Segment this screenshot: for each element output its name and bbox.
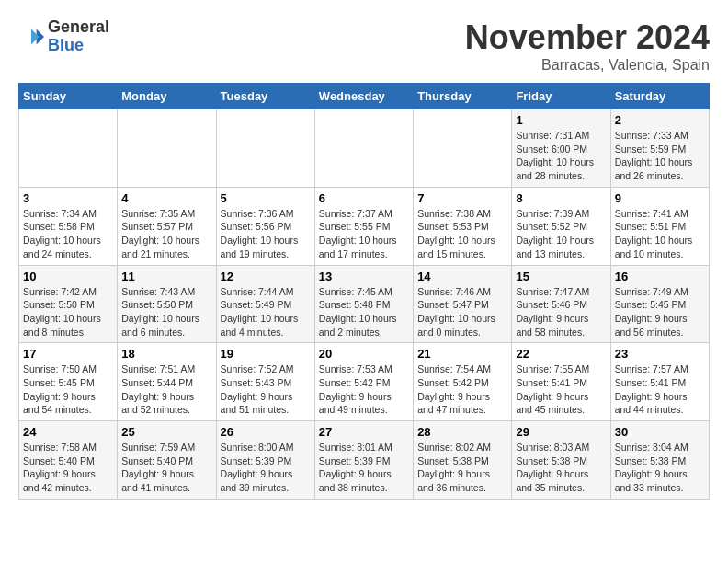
calendar-cell	[118, 109, 216, 188]
logo: General Blue	[18, 18, 109, 55]
weekday-header-saturday: Saturday	[610, 84, 709, 109]
day-info: Sunrise: 7:38 AMSunset: 5:53 PMDaylight:…	[417, 207, 507, 261]
weekday-header-tuesday: Tuesday	[216, 84, 314, 109]
day-number: 15	[516, 270, 606, 283]
calendar-cell: 23Sunrise: 7:57 AMSunset: 5:41 PMDayligh…	[610, 343, 709, 421]
day-info: Sunrise: 8:00 AMSunset: 5:39 PMDaylight:…	[221, 441, 311, 495]
calendar-cell: 14Sunrise: 7:46 AMSunset: 5:47 PMDayligh…	[414, 265, 512, 343]
day-number: 4	[121, 191, 211, 205]
day-info: Sunrise: 7:42 AMSunset: 5:50 PMDaylight:…	[23, 285, 113, 339]
day-info: Sunrise: 8:01 AMSunset: 5:39 PMDaylight:…	[319, 441, 409, 495]
calendar-cell: 2Sunrise: 7:33 AMSunset: 5:59 PMDaylight…	[610, 109, 709, 188]
day-number: 16	[615, 270, 705, 283]
weekday-header-sunday: Sunday	[19, 84, 118, 109]
day-number: 2	[615, 113, 705, 127]
day-number: 24	[23, 425, 113, 439]
day-info: Sunrise: 7:31 AMSunset: 6:00 PMDaylight:…	[516, 129, 606, 183]
calendar-week-1: 1Sunrise: 7:31 AMSunset: 6:00 PMDaylight…	[19, 109, 710, 188]
calendar-cell: 28Sunrise: 8:02 AMSunset: 5:38 PMDayligh…	[414, 421, 512, 500]
calendar-cell	[314, 109, 413, 188]
day-number: 21	[417, 347, 507, 361]
day-number: 12	[221, 270, 311, 283]
calendar-cell: 5Sunrise: 7:36 AMSunset: 5:56 PMDaylight…	[216, 187, 314, 265]
calendar-cell: 1Sunrise: 7:31 AMSunset: 6:00 PMDaylight…	[512, 109, 610, 188]
calendar-cell: 10Sunrise: 7:42 AMSunset: 5:50 PMDayligh…	[19, 265, 118, 343]
calendar-cell: 3Sunrise: 7:34 AMSunset: 5:58 PMDaylight…	[19, 187, 118, 265]
weekday-header-wednesday: Wednesday	[314, 84, 413, 109]
day-info: Sunrise: 7:43 AMSunset: 5:50 PMDaylight:…	[121, 285, 211, 339]
calendar-cell: 21Sunrise: 7:54 AMSunset: 5:42 PMDayligh…	[414, 343, 512, 421]
day-info: Sunrise: 8:04 AMSunset: 5:38 PMDaylight:…	[615, 441, 705, 495]
day-number: 28	[417, 425, 507, 439]
day-number: 10	[23, 270, 113, 283]
day-number: 29	[516, 425, 606, 439]
day-info: Sunrise: 7:33 AMSunset: 5:59 PMDaylight:…	[615, 129, 705, 183]
day-info: Sunrise: 7:36 AMSunset: 5:56 PMDaylight:…	[221, 207, 311, 261]
day-number: 30	[615, 425, 705, 439]
day-info: Sunrise: 7:46 AMSunset: 5:47 PMDaylight:…	[417, 285, 507, 339]
calendar-cell: 9Sunrise: 7:41 AMSunset: 5:51 PMDaylight…	[610, 187, 709, 265]
calendar-cell: 24Sunrise: 7:58 AMSunset: 5:40 PMDayligh…	[19, 421, 118, 500]
calendar-week-3: 10Sunrise: 7:42 AMSunset: 5:50 PMDayligh…	[19, 265, 710, 343]
day-info: Sunrise: 7:50 AMSunset: 5:45 PMDaylight:…	[23, 362, 113, 417]
day-number: 26	[221, 425, 311, 439]
calendar-cell: 16Sunrise: 7:49 AMSunset: 5:45 PMDayligh…	[610, 265, 709, 343]
calendar-cell: 18Sunrise: 7:51 AMSunset: 5:44 PMDayligh…	[118, 343, 216, 421]
day-number: 19	[221, 347, 311, 361]
day-info: Sunrise: 7:35 AMSunset: 5:57 PMDaylight:…	[121, 207, 211, 261]
calendar-cell: 13Sunrise: 7:45 AMSunset: 5:48 PMDayligh…	[314, 265, 413, 343]
day-info: Sunrise: 8:03 AMSunset: 5:38 PMDaylight:…	[516, 441, 606, 495]
day-info: Sunrise: 7:44 AMSunset: 5:49 PMDaylight:…	[221, 285, 311, 339]
calendar-cell: 19Sunrise: 7:52 AMSunset: 5:43 PMDayligh…	[216, 343, 314, 421]
location-subtitle: Barracas, Valencia, Spain	[465, 57, 710, 74]
day-number: 6	[319, 191, 409, 205]
day-info: Sunrise: 7:54 AMSunset: 5:42 PMDaylight:…	[417, 362, 507, 417]
day-info: Sunrise: 7:59 AMSunset: 5:40 PMDaylight:…	[121, 441, 211, 495]
day-info: Sunrise: 7:57 AMSunset: 5:41 PMDaylight:…	[615, 362, 705, 417]
day-info: Sunrise: 7:49 AMSunset: 5:45 PMDaylight:…	[615, 285, 705, 339]
day-number: 18	[121, 347, 211, 361]
weekday-header-thursday: Thursday	[414, 84, 512, 109]
weekday-header-row: SundayMondayTuesdayWednesdayThursdayFrid…	[19, 84, 710, 109]
day-number: 20	[319, 347, 409, 361]
day-info: Sunrise: 8:02 AMSunset: 5:38 PMDaylight:…	[417, 441, 507, 495]
day-number: 17	[23, 347, 113, 361]
calendar-cell: 7Sunrise: 7:38 AMSunset: 5:53 PMDaylight…	[414, 187, 512, 265]
calendar-cell	[216, 109, 314, 188]
logo-general: General	[48, 17, 109, 36]
day-number: 11	[121, 270, 211, 283]
day-info: Sunrise: 7:37 AMSunset: 5:55 PMDaylight:…	[319, 207, 409, 261]
day-number: 27	[319, 425, 409, 439]
day-number: 25	[121, 425, 211, 439]
day-info: Sunrise: 7:52 AMSunset: 5:43 PMDaylight:…	[221, 362, 311, 417]
calendar-cell: 25Sunrise: 7:59 AMSunset: 5:40 PMDayligh…	[118, 421, 216, 500]
day-number: 3	[23, 191, 113, 205]
day-info: Sunrise: 7:39 AMSunset: 5:52 PMDaylight:…	[516, 207, 606, 261]
calendar-cell: 20Sunrise: 7:53 AMSunset: 5:42 PMDayligh…	[314, 343, 413, 421]
weekday-header-friday: Friday	[512, 84, 610, 109]
logo-icon	[18, 24, 44, 50]
day-info: Sunrise: 7:47 AMSunset: 5:46 PMDaylight:…	[516, 285, 606, 339]
calendar-table: SundayMondayTuesdayWednesdayThursdayFrid…	[18, 83, 710, 500]
logo-blue: Blue	[48, 36, 84, 54]
page-header: General Blue November 2024 Barracas, Val…	[18, 18, 710, 74]
day-number: 1	[516, 113, 606, 127]
calendar-week-5: 24Sunrise: 7:58 AMSunset: 5:40 PMDayligh…	[19, 421, 710, 500]
calendar-cell: 17Sunrise: 7:50 AMSunset: 5:45 PMDayligh…	[19, 343, 118, 421]
calendar-cell: 15Sunrise: 7:47 AMSunset: 5:46 PMDayligh…	[512, 265, 610, 343]
day-number: 23	[615, 347, 705, 361]
calendar-cell: 6Sunrise: 7:37 AMSunset: 5:55 PMDaylight…	[314, 187, 413, 265]
calendar-cell: 22Sunrise: 7:55 AMSunset: 5:41 PMDayligh…	[512, 343, 610, 421]
calendar-cell: 26Sunrise: 8:00 AMSunset: 5:39 PMDayligh…	[216, 421, 314, 500]
weekday-header-monday: Monday	[118, 84, 216, 109]
calendar-cell	[19, 109, 118, 188]
day-info: Sunrise: 7:55 AMSunset: 5:41 PMDaylight:…	[516, 362, 606, 417]
calendar-cell	[414, 109, 512, 188]
day-info: Sunrise: 7:41 AMSunset: 5:51 PMDaylight:…	[615, 207, 705, 261]
day-number: 13	[319, 270, 409, 283]
day-number: 7	[417, 191, 507, 205]
day-number: 9	[615, 191, 705, 205]
title-section: November 2024 Barracas, Valencia, Spain	[465, 18, 710, 74]
day-info: Sunrise: 7:34 AMSunset: 5:58 PMDaylight:…	[23, 207, 113, 261]
calendar-cell: 29Sunrise: 8:03 AMSunset: 5:38 PMDayligh…	[512, 421, 610, 500]
